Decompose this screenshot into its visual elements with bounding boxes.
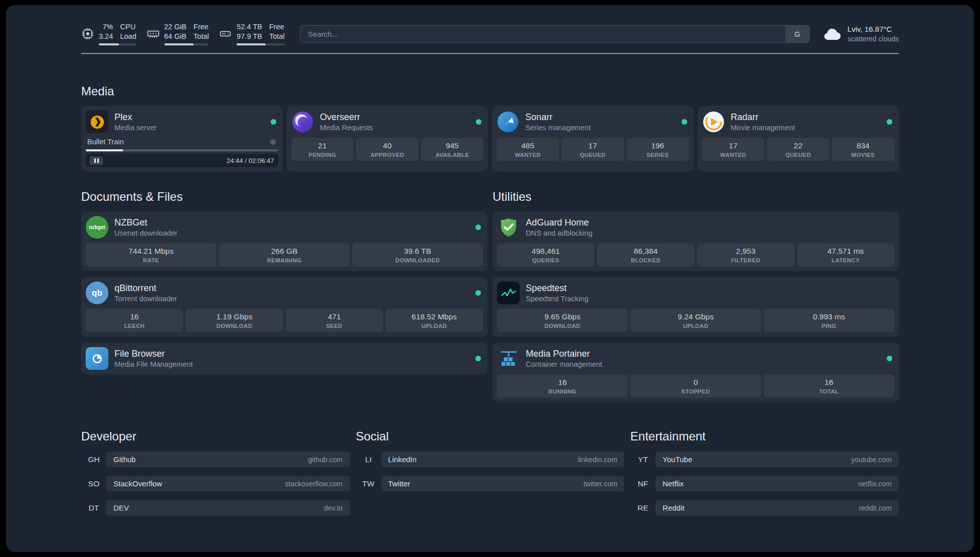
- playback-time: 24:44 / 02:06:47: [227, 157, 274, 164]
- bookmark-linkedin[interactable]: LI LinkedIn linkedin.com: [356, 452, 625, 467]
- service-link-adguard[interactable]: AdGuard Home DNS and adblocking: [497, 216, 894, 239]
- stat-label: SERIES: [628, 152, 688, 158]
- stat-label: STOPPED: [631, 388, 760, 395]
- stat-label: TOTAL: [765, 388, 893, 395]
- stat-value: 618.52 Mbps: [387, 312, 482, 321]
- stat-box: 471 SEED: [286, 309, 383, 332]
- service-link-overseerr[interactable]: Overseerr Media Requests: [291, 110, 484, 133]
- service-name: NZBGet: [114, 217, 177, 228]
- service-link-plex[interactable]: Plex Media server: [86, 110, 278, 133]
- qbittorrent-icon: qb: [86, 282, 108, 304]
- status-dot: [682, 119, 687, 125]
- bookmark-abbr: SO: [81, 479, 106, 488]
- stat-label: DOWNLOAD: [498, 323, 627, 329]
- stat-value: 16: [765, 378, 893, 387]
- cpu-percent: 7%: [102, 22, 113, 32]
- filebrowser-icon: [86, 347, 108, 370]
- stat-value: 22: [768, 141, 828, 150]
- service-link-portainer[interactable]: Media Portainer Container management: [497, 347, 894, 370]
- plex-icon: [86, 110, 108, 133]
- bookmark-abbr: LI: [356, 455, 381, 464]
- bookmark-name: Reddit: [662, 504, 684, 512]
- bookmark-reddit[interactable]: RE Reddit reddit.com: [630, 500, 899, 516]
- card-adguard: AdGuard Home DNS and adblocking 498,461 …: [493, 211, 899, 271]
- stat-box: 17 QUEUED: [562, 138, 624, 161]
- stat-label: RATE: [87, 257, 215, 263]
- bookmark-dev[interactable]: DT DEV dev.to: [81, 500, 350, 516]
- section-utilities: Utilities: [493, 190, 899, 402]
- service-name: Overseerr: [320, 112, 373, 123]
- stat-value: 86,384: [598, 247, 693, 256]
- memory-progress-bar: [164, 43, 209, 45]
- stat-label: DOWNLOADED: [353, 257, 482, 263]
- section-media: Media Plex Media server: [81, 84, 899, 172]
- service-subtitle: Usenet downloader: [114, 229, 177, 237]
- stat-value: 834: [833, 141, 893, 150]
- service-link-nzbget[interactable]: nzbget NZBGet Usenet downloader: [86, 216, 483, 239]
- card-sonarr: Sonarr Series management 485 WANTED 17 Q…: [492, 106, 694, 172]
- service-name: Sonarr: [525, 112, 591, 123]
- status-dot: [271, 119, 276, 125]
- stat-label: QUEUED: [563, 152, 623, 158]
- speedtest-icon: [497, 282, 520, 304]
- card-radarr: Radarr Movie management 17 WANTED 22 QUE…: [698, 106, 899, 172]
- disk-free: 52.4 TB: [236, 22, 262, 32]
- disk-total: 97.9 TB: [236, 32, 262, 41]
- bookmark-abbr: GH: [81, 455, 106, 464]
- service-subtitle: Media File Management: [114, 360, 193, 368]
- service-subtitle: Speedtest Tracking: [526, 295, 588, 303]
- stat-value: 0: [631, 378, 760, 387]
- weather-condition: scattered clouds: [847, 34, 899, 44]
- bookmark-name: DEV: [113, 504, 129, 512]
- stat-box: 17 WANTED: [702, 138, 765, 161]
- stat-label: MOVIES: [833, 152, 893, 158]
- cpu-progress-bar: [99, 43, 137, 45]
- service-link-filebrowser[interactable]: File Browser Media File Management: [86, 347, 483, 370]
- section-files: Documents & Files nzbget NZBGet Usenet d…: [81, 190, 487, 402]
- stat-box: 196 SERIES: [627, 138, 689, 161]
- stat-value: 2,953: [698, 247, 793, 256]
- service-link-radarr[interactable]: Radarr Movie management: [702, 110, 895, 133]
- service-link-sonarr[interactable]: Sonarr Series management: [497, 110, 689, 133]
- service-name: Media Portainer: [526, 349, 602, 359]
- stat-value: 17: [703, 141, 764, 150]
- bookmark-netflix[interactable]: NF Netflix netflix.com: [630, 476, 899, 491]
- bookmark-youtube[interactable]: YT YouTube youtube.com: [630, 452, 899, 467]
- cpu-widget: 7% 3.24 CPU Load: [81, 22, 137, 45]
- memory-icon: [147, 27, 160, 40]
- section-social: Social LI LinkedIn linkedin.com TW Twitt…: [356, 429, 625, 516]
- bookmark-stackoverflow[interactable]: SO StackOverflow stackoverflow.com: [81, 476, 350, 491]
- search-input[interactable]: [300, 25, 785, 43]
- card-plex: Plex Media server Bullet Train: [81, 106, 283, 172]
- gear-icon[interactable]: [269, 138, 277, 146]
- bookmark-domain: netflix.com: [858, 480, 892, 488]
- search-provider-button[interactable]: G: [785, 25, 810, 43]
- stat-label: UPLOAD: [387, 323, 482, 329]
- sonarr-icon: [497, 110, 519, 133]
- bookmark-github[interactable]: GH Github github.com: [81, 452, 350, 467]
- stat-label: WANTED: [498, 152, 558, 158]
- bookmark-domain: stackoverflow.com: [285, 480, 342, 488]
- pause-button[interactable]: [90, 156, 103, 165]
- stat-box: 834 MOVIES: [832, 138, 894, 161]
- seek-bar[interactable]: [86, 149, 278, 151]
- portainer-icon: [497, 347, 520, 370]
- stat-label: PING: [765, 323, 893, 329]
- stat-box: 9.65 Gbps DOWNLOAD: [497, 309, 628, 332]
- bookmark-domain: reddit.com: [859, 504, 892, 512]
- stat-value: 471: [287, 312, 382, 321]
- service-link-speedtest[interactable]: Speedtest Speedtest Tracking: [497, 282, 894, 304]
- section-entertainment: Entertainment YT YouTube youtube.com NF …: [630, 429, 899, 516]
- service-name: Plex: [114, 112, 157, 123]
- disk-progress-bar: [236, 43, 284, 45]
- card-nzbget: nzbget NZBGet Usenet downloader 744.21 M…: [81, 211, 487, 271]
- stat-box: 16 LEECH: [86, 309, 183, 332]
- bookmark-twitter[interactable]: TW Twitter twitter.com: [356, 476, 625, 491]
- service-link-qbittorrent[interactable]: qb qBittorrent Torrent downloader: [86, 282, 483, 304]
- section-developer: Developer GH Github github.com SO StackO…: [81, 429, 350, 516]
- stat-label: DOWNLOAD: [187, 323, 282, 329]
- bookmark-abbr: DT: [81, 504, 106, 513]
- stat-label: REMAINING: [220, 257, 348, 263]
- radarr-icon: [702, 110, 725, 133]
- stat-label: BLOCKED: [598, 257, 693, 263]
